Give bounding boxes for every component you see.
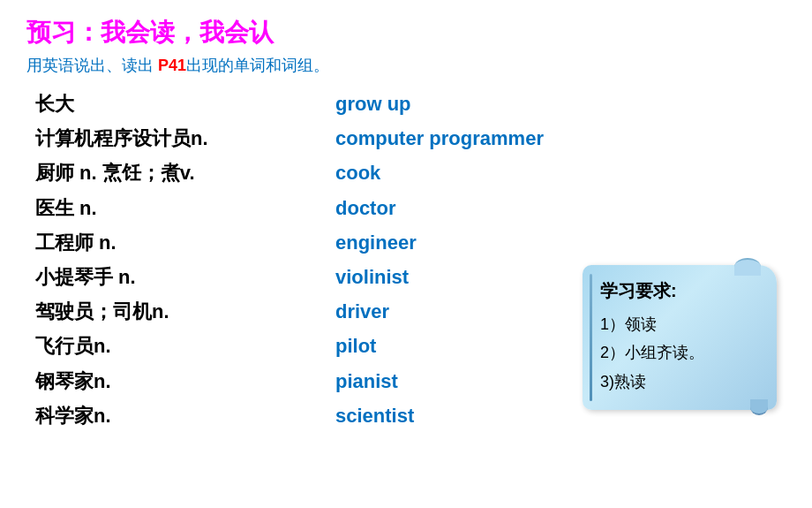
- main-container: 预习：我会读，我会认 用英语说出、读出 P41出现的单词和词组。 长大grow …: [0, 0, 812, 440]
- vocab-chinese: 小提琴手 n.: [35, 262, 335, 292]
- note-box: 学习要求: 1）领读2）小组齐读。3)熟读: [583, 265, 777, 410]
- subtitle-text-before: 用英语说出、读出: [26, 57, 158, 74]
- vocab-english: engineer: [335, 227, 786, 258]
- vocab-chinese: 医生 n.: [35, 193, 335, 224]
- vocab-chinese: 厨师 n. 烹饪；煮v.: [35, 157, 335, 188]
- note-title: 学习要求:: [600, 279, 763, 303]
- page-title: 预习：我会读，我会认: [26, 16, 786, 49]
- vocab-chinese: 计算机程序设计员n.: [35, 123, 335, 154]
- subtitle-text-after: 出现的单词和词组。: [186, 57, 329, 74]
- note-items: 1）领读2）小组齐读。3)熟读: [600, 310, 763, 396]
- subtitle: 用英语说出、读出 P41出现的单词和词组。: [26, 55, 786, 76]
- vocab-chinese: 飞行员n.: [35, 330, 335, 361]
- note-item: 2）小组齐读。: [600, 338, 763, 367]
- vocab-english: computer programmer: [335, 123, 786, 154]
- vocab-english: grow up: [335, 88, 786, 119]
- vocab-english: cook: [335, 157, 786, 188]
- vocab-english: doctor: [335, 193, 786, 224]
- vocab-chinese: 工程师 n.: [35, 227, 335, 258]
- note-decoration-line: [590, 274, 592, 401]
- vocab-chinese: 科学家n.: [35, 400, 335, 431]
- vocab-chinese: 钢琴家n.: [35, 366, 335, 397]
- note-item: 3)熟读: [600, 368, 763, 396]
- note-item: 1）领读: [600, 310, 763, 338]
- vocab-chinese: 长大: [35, 88, 335, 119]
- vocab-chinese: 驾驶员；司机n.: [35, 296, 335, 327]
- subtitle-highlight: P41: [158, 57, 186, 74]
